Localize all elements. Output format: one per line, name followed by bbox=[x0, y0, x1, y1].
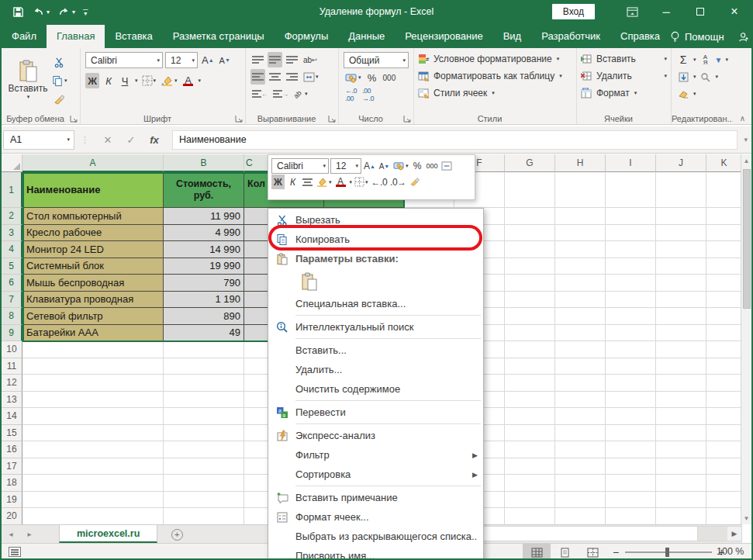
cell-B4[interactable]: 14 990 bbox=[164, 241, 244, 258]
cell-K11[interactable] bbox=[706, 358, 742, 375]
cell-G13[interactable] bbox=[505, 392, 555, 409]
font-color-dropdown[interactable]: ▾ bbox=[199, 78, 202, 84]
cell-G8[interactable] bbox=[505, 308, 555, 325]
mini-shrink-font-button[interactable]: A▼ bbox=[378, 159, 391, 174]
cell-A9[interactable]: Батарейки AAA bbox=[22, 325, 164, 342]
column-header-A[interactable]: A bbox=[22, 154, 164, 172]
macro-record-button[interactable] bbox=[9, 547, 21, 557]
mini-format-painter-button[interactable] bbox=[409, 175, 422, 189]
accounting-format-button[interactable]: ▾ bbox=[344, 70, 363, 85]
cell-A10[interactable] bbox=[22, 341, 164, 358]
tab-data[interactable]: Данные bbox=[338, 25, 395, 48]
cell-K5[interactable] bbox=[706, 258, 742, 275]
wrap-text-button[interactable]: ab↩ bbox=[302, 52, 319, 67]
cell-B16[interactable] bbox=[164, 441, 244, 458]
mini-font-name-combo[interactable]: Calibri▾ bbox=[271, 158, 329, 174]
font-dialog-launcher[interactable] bbox=[235, 115, 243, 123]
cell-H14[interactable] bbox=[555, 408, 606, 425]
tell-me-helper[interactable]: Помощн bbox=[670, 31, 724, 43]
cell-K16[interactable] bbox=[706, 441, 742, 458]
cell-J11[interactable] bbox=[656, 358, 706, 375]
mini-font-color-button[interactable]: A bbox=[334, 175, 347, 189]
mini-italic-button[interactable]: К bbox=[286, 175, 299, 189]
context-menu-item[interactable]: Интеллектуальный поиск bbox=[269, 317, 482, 337]
cell-K18[interactable] bbox=[706, 475, 742, 492]
italic-button[interactable]: К bbox=[102, 73, 116, 88]
cell-G10[interactable] bbox=[505, 341, 555, 358]
cell-G15[interactable] bbox=[505, 425, 555, 442]
cell-H9[interactable] bbox=[555, 325, 606, 342]
cell-G16[interactable] bbox=[505, 441, 555, 458]
paste-button[interactable]: Вставить ▾ bbox=[5, 50, 50, 109]
bold-button[interactable]: Ж bbox=[85, 73, 99, 88]
cell-H8[interactable] bbox=[555, 308, 606, 325]
cell-I17[interactable] bbox=[606, 458, 656, 475]
cell-K15[interactable] bbox=[706, 425, 742, 442]
context-menu-item[interactable]: Экспресс-анализ bbox=[269, 426, 482, 445]
cell-I1[interactable] bbox=[606, 172, 656, 208]
underline-button[interactable]: Ч bbox=[118, 73, 132, 88]
cell-B8[interactable]: 890 bbox=[164, 308, 244, 325]
cancel-entry-button[interactable]: ✕ bbox=[96, 134, 119, 146]
row-header-20[interactable]: 20 bbox=[2, 508, 22, 524]
cell-K9[interactable] bbox=[706, 325, 742, 342]
fill-color-button[interactable]: ▾ bbox=[160, 73, 179, 88]
cell-A20[interactable] bbox=[22, 508, 164, 524]
cell-K2[interactable] bbox=[706, 208, 742, 225]
context-menu-item[interactable]: Очистить содержимое bbox=[269, 379, 482, 399]
cell-K13[interactable] bbox=[706, 392, 742, 409]
row-header-15[interactable]: 15 bbox=[2, 425, 22, 442]
cell-B10[interactable] bbox=[164, 341, 244, 358]
tab-page-layout[interactable]: Разметка страницы bbox=[163, 25, 275, 48]
cell-A15[interactable] bbox=[22, 425, 164, 442]
number-dialog-launcher[interactable] bbox=[403, 115, 411, 123]
collapse-ribbon-button[interactable]: ∧ bbox=[740, 114, 745, 123]
expand-formula-bar-button[interactable]: ▾ bbox=[740, 136, 751, 143]
cell-styles-button[interactable]: Стили ячеек▾ bbox=[418, 85, 572, 102]
align-bottom-button[interactable] bbox=[285, 52, 299, 67]
find-select-button[interactable] bbox=[699, 69, 713, 85]
decrease-indent-button[interactable]: ← bbox=[250, 86, 269, 102]
row-header-13[interactable]: 13 bbox=[2, 392, 22, 409]
cell-J2[interactable] bbox=[656, 208, 706, 225]
cell-J19[interactable] bbox=[656, 492, 706, 509]
cell-H20[interactable] bbox=[555, 508, 606, 524]
cell-J10[interactable] bbox=[656, 341, 706, 358]
cell-J17[interactable] bbox=[656, 458, 706, 475]
cell-G19[interactable] bbox=[505, 492, 555, 509]
cell-H17[interactable] bbox=[555, 458, 606, 475]
cell-B1[interactable]: Стоимость,руб. bbox=[164, 172, 244, 208]
undo-button[interactable]: ▾ bbox=[32, 6, 50, 17]
autosum-button[interactable]: Σ bbox=[676, 52, 690, 67]
delete-cells-button[interactable]: Удалить▾ bbox=[581, 67, 667, 85]
cell-G11[interactable] bbox=[505, 358, 555, 375]
row-header-8[interactable]: 8 bbox=[2, 308, 22, 325]
row-header-17[interactable]: 17 bbox=[2, 458, 22, 475]
cell-A8[interactable]: Сетевой фильтр bbox=[22, 308, 164, 325]
minimize-button[interactable]: ─ bbox=[649, 0, 683, 23]
mini-borders-button[interactable]: ▾ bbox=[354, 175, 369, 189]
grow-font-button[interactable]: A▲ bbox=[200, 53, 216, 68]
clear-button[interactable] bbox=[676, 86, 690, 102]
cell-H13[interactable] bbox=[555, 392, 606, 409]
customize-qat-button[interactable]: ─▾ bbox=[83, 8, 88, 16]
cell-A5[interactable]: Системный блок bbox=[22, 258, 164, 275]
cell-B18[interactable] bbox=[164, 475, 244, 492]
close-button[interactable]: × bbox=[717, 0, 751, 23]
row-header-1[interactable]: 1 bbox=[2, 172, 22, 208]
alignment-dialog-launcher[interactable] bbox=[328, 115, 336, 123]
mini-comma-button[interactable]: 000 bbox=[426, 159, 439, 174]
mini-percent-button[interactable]: % bbox=[411, 159, 424, 174]
shrink-font-button[interactable]: A▼ bbox=[218, 53, 232, 68]
row-header-11[interactable]: 11 bbox=[2, 358, 22, 375]
cell-I16[interactable] bbox=[606, 441, 656, 458]
context-menu-item[interactable]: Формат ячеек... bbox=[269, 507, 482, 527]
cell-K1[interactable] bbox=[706, 172, 742, 208]
sheet-tab[interactable]: microexcel.ru bbox=[59, 525, 157, 543]
cell-A11[interactable] bbox=[22, 358, 164, 375]
scroll-up-arrow[interactable]: ▲ bbox=[744, 154, 750, 167]
tab-developer[interactable]: Разработчик bbox=[531, 25, 610, 48]
cell-G9[interactable] bbox=[505, 325, 555, 342]
context-menu-item[interactable]: Сортировка▶ bbox=[269, 465, 482, 484]
formula-input[interactable]: Наименование bbox=[172, 130, 737, 150]
